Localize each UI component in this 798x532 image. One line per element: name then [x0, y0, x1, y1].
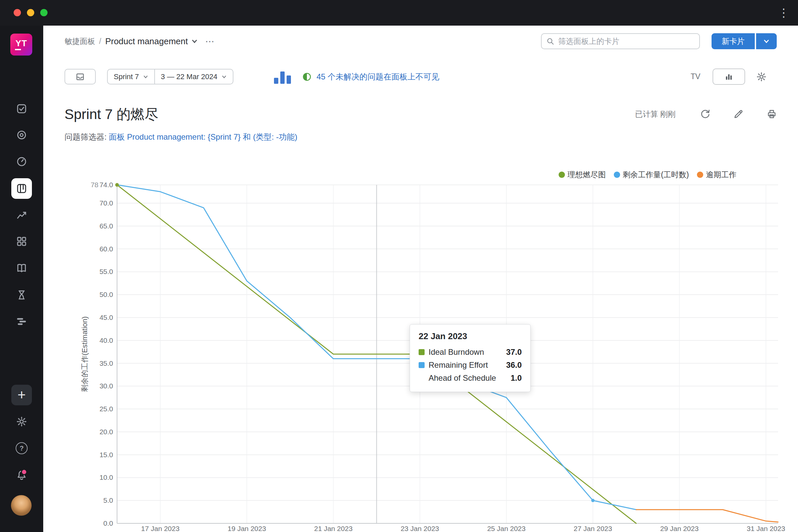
series-line-2	[636, 510, 778, 522]
tv-mode-button[interactable]: TV	[690, 69, 700, 84]
marker-remaining-27jan	[591, 499, 594, 502]
legend-label: 剩余工作量(工时数)	[623, 170, 689, 180]
series-line-0	[117, 185, 636, 524]
bar-chart-icon[interactable]	[274, 71, 292, 84]
window-menu-icon[interactable]: ⋮	[778, 5, 790, 20]
legend-label: 逾期工作	[706, 170, 737, 180]
sidebar-item-agile-board[interactable]	[11, 178, 32, 199]
backlog-button[interactable]	[64, 69, 96, 84]
gauge-icon	[16, 156, 27, 167]
chart-tooltip: 22 Jan 2023 Ideal Burndown 37.0 Remainin…	[410, 324, 531, 392]
legend-item-overdue[interactable]: 逾期工作	[697, 170, 737, 180]
tooltip-date: 22 Jan 2023	[419, 331, 522, 341]
chart-view-toggle[interactable]	[712, 69, 745, 85]
y-tick-label: 70.0	[99, 199, 113, 207]
sidebar-settings-button[interactable]	[11, 411, 32, 432]
date-range-select[interactable]: 3 — 22 Mar 2024	[154, 70, 233, 84]
x-tick-label: 21 Jan 2023	[314, 525, 353, 532]
sidebar-item-gauge[interactable]	[11, 151, 32, 172]
gear-icon	[16, 416, 27, 427]
new-card-dropdown-button[interactable]	[756, 33, 777, 49]
plus-icon: +	[18, 388, 26, 402]
board-settings-button[interactable]	[752, 70, 771, 84]
y-tick-label: 25.0	[99, 405, 113, 413]
zoom-window-button[interactable]	[40, 9, 48, 16]
y-tick-label: 45.0	[99, 314, 113, 321]
page-title: Sprint 7 的燃尽	[64, 105, 158, 124]
marker-series-start	[115, 183, 119, 187]
chevron-down-icon	[763, 38, 770, 44]
x-tick-label: 29 Jan 2023	[660, 525, 699, 532]
sidebar-item-gantt[interactable]	[11, 311, 32, 332]
card-filter-search	[541, 33, 700, 49]
remaining-swatch	[419, 362, 424, 368]
y-tick-label: 15.0	[99, 451, 113, 458]
youtrack-logo[interactable]: YT	[10, 34, 32, 56]
sidebar-item-projects[interactable]	[11, 125, 32, 145]
y-tick-label: 40.0	[99, 337, 113, 344]
y-tick-partial: 78	[91, 181, 98, 189]
legend-item-ideal[interactable]: 理想燃尽图	[558, 170, 606, 180]
book-icon	[16, 262, 27, 274]
breadcrumb-agile-boards[interactable]: 敏捷面板	[64, 36, 95, 46]
filter-label: 问题筛选器:	[64, 132, 107, 141]
refresh-button[interactable]	[699, 108, 711, 120]
x-tick-label: 31 Jan 2023	[747, 525, 785, 532]
logo-underscore	[15, 49, 21, 50]
notification-badge	[21, 469, 27, 475]
sidebar-item-reports[interactable]	[11, 205, 32, 225]
column-chart-icon	[724, 72, 734, 81]
unresolved-issues-link[interactable]: 45 个未解决的问题在面板上不可见	[317, 69, 439, 84]
gear-icon	[756, 72, 767, 82]
notifications-button[interactable]	[11, 465, 32, 486]
hourglass-icon	[16, 289, 27, 301]
trend-chart-icon	[16, 209, 27, 221]
breadcrumb-separator: /	[99, 37, 101, 46]
board-title-dropdown[interactable]: Product management	[105, 36, 188, 46]
legend-item-remaining[interactable]: 剩余工作量(工时数)	[614, 170, 689, 180]
sidebar-item-tasks[interactable]	[11, 98, 32, 119]
close-window-button[interactable]	[14, 9, 21, 16]
chevron-down-icon[interactable]	[191, 38, 198, 44]
gantt-icon	[16, 316, 27, 327]
y-tick-label: 5.0	[103, 496, 113, 504]
sidebar: YT +	[0, 25, 43, 532]
collapse-sidebar-button[interactable]: »	[11, 526, 32, 532]
x-tick-label: 27 Jan 2023	[573, 525, 612, 532]
search-input[interactable]	[557, 37, 699, 46]
sprint-select-value: Sprint 7	[114, 73, 139, 81]
ideal-swatch	[419, 349, 424, 355]
question-icon: ?	[16, 442, 27, 454]
chevrons-right-icon: »	[19, 530, 25, 532]
minimize-window-button[interactable]	[27, 9, 34, 16]
sidebar-item-dashboards[interactable]	[11, 231, 32, 252]
half-circle-progress-icon[interactable]	[302, 72, 312, 82]
legend-label: 理想燃尽图	[568, 170, 606, 180]
y-tick-label: 74.0	[99, 181, 113, 189]
window-titlebar: ⋮	[0, 0, 798, 25]
sprint-select[interactable]: Sprint 7	[108, 70, 154, 84]
y-tick-label: 0.0	[103, 519, 113, 527]
y-tick-label: 65.0	[99, 222, 113, 230]
x-tick-label: 25 Jan 2023	[487, 525, 526, 532]
print-button[interactable]	[766, 108, 778, 120]
user-avatar[interactable]	[11, 495, 32, 516]
sidebar-item-knowledge-base[interactable]	[11, 258, 32, 278]
inbox-icon	[75, 72, 85, 81]
filter-query-link[interactable]: 面板 Product management: {Sprint 7} 和 (类型:…	[109, 132, 297, 141]
chevron-down-icon	[143, 74, 148, 79]
tooltip-row-remaining: Remaining Effort 36.0	[419, 358, 522, 372]
x-tick-label: 23 Jan 2023	[401, 525, 439, 532]
edit-button[interactable]	[733, 108, 744, 120]
sprint-range-selector: Sprint 7 3 — 22 Mar 2024	[107, 69, 233, 84]
new-card-button[interactable]: 新卡片	[711, 33, 755, 49]
tooltip-row-ahead: Ahead of Schedule 1.0	[419, 372, 522, 384]
tooltip-row-ideal: Ideal Burndown 37.0	[419, 345, 522, 358]
legend-dot-remaining	[614, 172, 620, 178]
sidebar-item-timesheets[interactable]	[11, 285, 32, 305]
help-button[interactable]: ?	[11, 438, 32, 458]
create-button[interactable]: +	[11, 385, 32, 405]
apps-grid-icon	[16, 236, 27, 247]
tasks-icon	[16, 103, 27, 114]
board-more-menu[interactable]: ⋯	[205, 36, 215, 47]
